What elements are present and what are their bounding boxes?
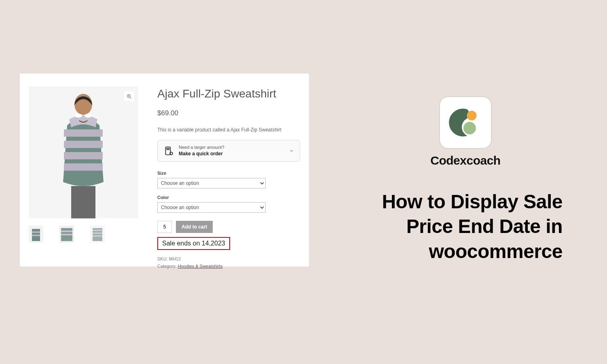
size-label: Size: [157, 171, 300, 176]
thumb1-img: [29, 226, 43, 243]
thumb2-img: [59, 226, 74, 243]
product-price: $69.00: [157, 109, 300, 117]
thumb3-img: [90, 226, 105, 243]
quick-order-action: Make a quick order: [179, 151, 223, 157]
chevron-down-icon: [289, 148, 294, 153]
magnify-icon: [127, 94, 132, 99]
svg-rect-23: [93, 233, 102, 234]
product-meta: SKU: MH12 Category: Hoodies & Sweatshirt…: [157, 256, 300, 270]
product-card: Ajax Full-Zip Sweatshirt $69.00 This is …: [20, 74, 309, 267]
svg-rect-3: [64, 152, 103, 159]
codexcoach-logo-icon: [448, 105, 483, 140]
svg-point-29: [463, 122, 476, 134]
sku-value: MH12: [169, 256, 181, 261]
hero-line-2: Price End Date in: [406, 216, 563, 237]
category-label: Category:: [157, 264, 178, 269]
sale-end-highlight: Sale ends on 14,2023: [157, 237, 230, 250]
zoom-button[interactable]: [124, 91, 134, 101]
svg-point-28: [467, 111, 476, 121]
thumbnail-2[interactable]: [59, 226, 74, 243]
color-select[interactable]: Choose an option: [157, 202, 266, 213]
quick-order-prompt: Need a larger amount?: [179, 145, 224, 150]
category-link[interactable]: Hoodies & Sweatshirts: [178, 264, 223, 269]
svg-rect-24: [93, 235, 102, 237]
quick-order-text: Need a larger amount? Make a quick order: [179, 144, 224, 157]
product-description: This is a variable product called a Ajax…: [157, 127, 300, 133]
hero-line-3: woocommerce: [429, 241, 563, 262]
thumbnail-row: [29, 226, 138, 243]
brand-block: Codexcoach How to Display Sale Price End…: [368, 96, 563, 264]
product-details: Ajax Full-Zip Sweatshirt $69.00 This is …: [157, 87, 300, 270]
size-select[interactable]: Choose an option: [157, 178, 266, 188]
svg-point-6: [75, 114, 82, 118]
svg-rect-19: [61, 234, 72, 235]
cart-row: Add to cart: [157, 221, 300, 233]
brand-logo: [439, 96, 492, 149]
thumbnail-3[interactable]: [90, 226, 105, 243]
svg-point-7: [85, 114, 92, 118]
hero-title: How to Display Sale Price End Date in wo…: [368, 189, 563, 264]
hero-line-1: How to Display Sale: [382, 191, 563, 212]
svg-line-9: [130, 97, 131, 98]
product-gallery: [29, 87, 138, 270]
svg-rect-2: [64, 141, 103, 148]
svg-rect-15: [32, 235, 40, 236]
quick-order-icon: [163, 146, 174, 156]
svg-rect-22: [93, 230, 102, 231]
svg-rect-18: [61, 231, 72, 232]
svg-rect-14: [32, 231, 40, 233]
svg-rect-26: [167, 148, 169, 150]
quantity-input[interactable]: [157, 221, 172, 233]
product-title: Ajax Full-Zip Sweatshirt: [157, 87, 300, 100]
quick-order-panel[interactable]: Need a larger amount? Make a quick order: [157, 140, 300, 162]
product-main-image[interactable]: [29, 87, 138, 218]
add-to-cart-button[interactable]: Add to cart: [176, 221, 213, 233]
color-label: Color: [157, 195, 300, 200]
sku-label: SKU:: [157, 256, 169, 261]
product-card-inner: Ajax Full-Zip Sweatshirt $69.00 This is …: [29, 87, 300, 270]
svg-rect-5: [71, 186, 95, 218]
thumbnail-1[interactable]: [29, 226, 43, 243]
svg-rect-1: [64, 129, 103, 137]
brand-name: Codexcoach: [368, 154, 563, 167]
hoodie-model-illustration: [51, 89, 116, 218]
svg-rect-4: [64, 163, 103, 171]
